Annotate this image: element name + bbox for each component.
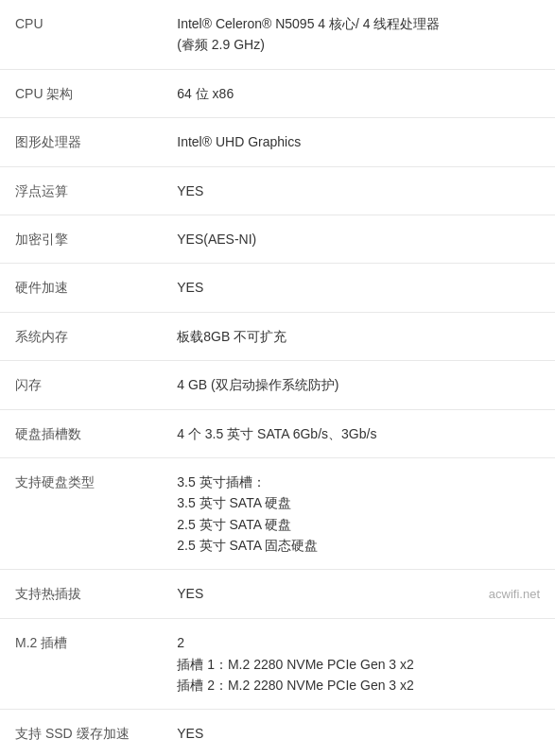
spec-value-line: 4 GB (双启动操作系统防护) bbox=[177, 374, 540, 395]
table-row: 系统内存板载8GB 不可扩充 bbox=[0, 312, 555, 360]
spec-value-line: 2.5 英寸 SATA 固态硬盘 bbox=[177, 535, 540, 556]
spec-label: CPU 架构 bbox=[0, 69, 162, 117]
table-row: 硬件加速YES bbox=[0, 264, 555, 312]
spec-value-line: YES bbox=[177, 277, 540, 298]
spec-value: YES bbox=[162, 264, 555, 312]
table-row: 支持硬盘类型3.5 英寸插槽：3.5 英寸 SATA 硬盘2.5 英寸 SATA… bbox=[0, 457, 555, 570]
spec-value-line: (睿频 2.9 GHz) bbox=[177, 34, 540, 55]
spec-label: 支持硬盘类型 bbox=[0, 457, 162, 570]
spec-value-line: YES bbox=[177, 723, 540, 744]
spec-value-line: 4 个 3.5 英寸 SATA 6Gb/s、3Gb/s bbox=[177, 423, 540, 444]
spec-table: CPUIntel® Celeron® N5095 4 核心/ 4 线程处理器(睿… bbox=[0, 0, 555, 756]
spec-value-line: 插槽 2：M.2 2280 NVMe PCIe Gen 3 x2 bbox=[177, 675, 540, 696]
spec-value: Intel® UHD Graphics bbox=[162, 118, 555, 166]
spec-label: 闪存 bbox=[0, 361, 162, 409]
spec-value: 2插槽 1：M.2 2280 NVMe PCIe Gen 3 x2插槽 2：M.… bbox=[162, 619, 555, 710]
spec-label: 支持 SSD 缓存加速 bbox=[0, 710, 162, 756]
table-row: CPU 架构64 位 x86 bbox=[0, 69, 555, 117]
table-row: 加密引擎YES(AES-NI) bbox=[0, 215, 555, 263]
spec-value: 板载8GB 不可扩充 bbox=[162, 312, 555, 360]
table-row: CPUIntel® Celeron® N5095 4 核心/ 4 线程处理器(睿… bbox=[0, 0, 555, 69]
table-row: 支持 SSD 缓存加速YES bbox=[0, 710, 555, 756]
spec-value: YES(AES-NI) bbox=[162, 215, 555, 263]
spec-label: 系统内存 bbox=[0, 312, 162, 360]
spec-label: CPU bbox=[0, 0, 162, 69]
spec-label: 浮点运算 bbox=[0, 166, 162, 215]
spec-value: acwifi.netYES bbox=[162, 570, 555, 619]
spec-label: M.2 插槽 bbox=[0, 619, 162, 710]
table-row: 闪存4 GB (双启动操作系统防护) bbox=[0, 361, 555, 409]
spec-value: 64 位 x86 bbox=[162, 69, 555, 117]
spec-value: 4 个 3.5 英寸 SATA 6Gb/s、3Gb/s bbox=[162, 409, 555, 457]
spec-label: 图形处理器 bbox=[0, 118, 162, 166]
table-row: 硬盘插槽数4 个 3.5 英寸 SATA 6Gb/s、3Gb/s bbox=[0, 409, 555, 457]
table-row: 图形处理器Intel® UHD Graphics bbox=[0, 118, 555, 166]
spec-value: YES bbox=[162, 166, 555, 215]
spec-label: 支持热插拔 bbox=[0, 570, 162, 619]
spec-value: Intel® Celeron® N5095 4 核心/ 4 线程处理器(睿频 2… bbox=[162, 0, 555, 69]
spec-value: 3.5 英寸插槽：3.5 英寸 SATA 硬盘2.5 英寸 SATA 硬盘2.5… bbox=[162, 457, 555, 570]
watermark-label: acwifi.net bbox=[489, 585, 540, 605]
table-row: 浮点运算YES bbox=[0, 166, 555, 215]
spec-label: 硬盘插槽数 bbox=[0, 409, 162, 457]
spec-value-line: YES bbox=[177, 180, 540, 201]
table-row: 支持热插拔acwifi.netYES bbox=[0, 570, 555, 619]
spec-value-line: 2.5 英寸 SATA 硬盘 bbox=[177, 514, 540, 535]
spec-value-line: 板载8GB 不可扩充 bbox=[177, 326, 540, 347]
spec-value-line: YES bbox=[177, 583, 540, 604]
spec-value-line: 插槽 1：M.2 2280 NVMe PCIe Gen 3 x2 bbox=[177, 654, 540, 675]
spec-value-line: Intel® UHD Graphics bbox=[177, 131, 540, 152]
spec-label: 加密引擎 bbox=[0, 215, 162, 263]
spec-value-line: 64 位 x86 bbox=[177, 83, 540, 104]
spec-value-line: 2 bbox=[177, 632, 540, 653]
spec-value-line: Intel® Celeron® N5095 4 核心/ 4 线程处理器 bbox=[177, 13, 540, 34]
spec-value-line: 3.5 英寸插槽： bbox=[177, 472, 540, 492]
spec-value-line: 3.5 英寸 SATA 硬盘 bbox=[177, 492, 540, 513]
spec-value: YES bbox=[162, 710, 555, 756]
table-row: M.2 插槽2插槽 1：M.2 2280 NVMe PCIe Gen 3 x2插… bbox=[0, 619, 555, 710]
spec-label: 硬件加速 bbox=[0, 264, 162, 312]
spec-value: 4 GB (双启动操作系统防护) bbox=[162, 361, 555, 409]
spec-value-line: YES(AES-NI) bbox=[177, 229, 540, 249]
